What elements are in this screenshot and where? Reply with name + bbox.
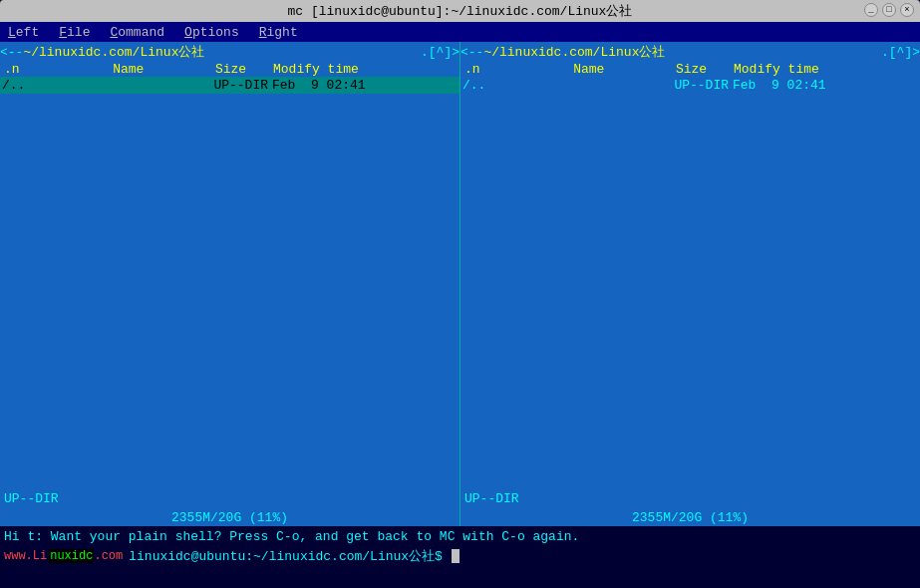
right-col-size: Size: [649, 62, 734, 77]
left-dotdot-size: UP--DIR: [187, 78, 272, 93]
left-dotdot-name: /..: [2, 78, 187, 93]
menu-options[interactable]: Options: [184, 25, 239, 40]
panels-container: <-- ~/linuxidc.com/Linux公社 .[^]> .n Name…: [0, 42, 920, 526]
left-dotdot-row[interactable]: /.. UP--DIR Feb 9 02:41: [0, 77, 460, 94]
left-panel-path: ~/linuxidc.com/Linux公社: [23, 43, 421, 61]
right-panel-filter: .[^]>: [881, 45, 920, 60]
left-panel: <-- ~/linuxidc.com/Linux公社 .[^]> .n Name…: [0, 42, 460, 526]
left-dotdot-date: Feb 9 02:41: [272, 78, 458, 93]
terminal-hint: Hi t: Want your plain shell? Press C-o, …: [4, 528, 916, 546]
left-panel-columns: .n Name Size Modify time: [0, 62, 460, 77]
left-panel-status: UP--DIR: [0, 488, 460, 508]
right-panel: <-- ~/linuxidc.com/Linux公社 .[^]> .n Name…: [460, 42, 920, 526]
right-panel-arrow: <--: [460, 45, 483, 60]
menu-bar: Left File Command Options Right: [0, 22, 920, 42]
left-panel-header: <-- ~/linuxidc.com/Linux公社 .[^]>: [0, 42, 460, 62]
right-status-text: UP--DIR: [464, 491, 519, 506]
terminal-area: Hi t: Want your plain shell? Press C-o, …: [0, 526, 920, 588]
logo-site3: .com: [94, 549, 123, 563]
main-content: <-- ~/linuxidc.com/Linux公社 .[^]> .n Name…: [0, 42, 920, 526]
terminal-logo: www.Linuxidc.com: [4, 549, 125, 563]
left-status-text: UP--DIR: [4, 491, 59, 506]
window-controls[interactable]: _ □ ×: [864, 3, 914, 17]
terminal-prompt-line[interactable]: www.Linuxidc.com linuxidc@ubuntu:~/linux…: [4, 546, 916, 566]
left-panel-filter: .[^]>: [421, 45, 460, 60]
right-dotdot-date: Feb 9 02:41: [733, 78, 918, 93]
right-panel-status: UP--DIR: [460, 488, 920, 508]
right-panel-path: ~/linuxidc.com/Linux公社: [483, 43, 881, 61]
title-bar: mc [linuxidc@ubuntu]:~/linuxidc.com/Linu…: [0, 0, 920, 22]
left-panel-arrow: <--: [0, 45, 23, 60]
terminal-prompt[interactable]: linuxidc@ubuntu:~/linuxidc.com/Linux公社$: [129, 547, 450, 565]
menu-right[interactable]: Right: [259, 25, 298, 40]
left-panel-disk-info: 2355M/20G (11%): [0, 508, 460, 526]
left-col-size: Size: [188, 62, 273, 77]
left-panel-files[interactable]: /.. UP--DIR Feb 9 02:41: [0, 77, 460, 488]
right-panel-columns: .n Name Size Modify time: [460, 62, 920, 77]
right-dotdot-name: /..: [462, 78, 648, 93]
window-title: mc [linuxidc@ubuntu]:~/linuxidc.com/Linu…: [288, 2, 633, 20]
right-panel-files[interactable]: /.. UP--DIR Feb 9 02:41: [460, 77, 920, 488]
minimize-button[interactable]: _: [864, 3, 878, 17]
logo-site: www.Li: [4, 549, 47, 563]
right-col-modify: Modify time: [734, 62, 918, 77]
terminal-cursor: [452, 549, 460, 563]
right-disk-info-text: 2355M/20G (11%): [632, 510, 749, 525]
right-panel-disk-info: 2355M/20G (11%): [460, 508, 920, 526]
logo-site2: nuxidc: [49, 549, 94, 563]
terminal-hint-text: Hi t: Want your plain shell? Press C-o, …: [4, 529, 579, 544]
right-panel-header: <-- ~/linuxidc.com/Linux公社 .[^]>: [460, 42, 920, 62]
menu-file[interactable]: File: [59, 25, 90, 40]
left-col-modify: Modify time: [273, 62, 458, 77]
left-disk-info-text: 2355M/20G (11%): [171, 510, 288, 525]
menu-left[interactable]: Left: [8, 25, 39, 40]
right-dotdot-row[interactable]: /.. UP--DIR Feb 9 02:41: [460, 77, 920, 94]
right-col-name: .n Name: [462, 62, 649, 77]
left-col-name: .n Name: [2, 62, 188, 77]
menu-command[interactable]: Command: [110, 25, 164, 40]
right-dotdot-size: UP--DIR: [648, 78, 733, 93]
maximize-button[interactable]: □: [882, 3, 896, 17]
close-button[interactable]: ×: [900, 3, 914, 17]
